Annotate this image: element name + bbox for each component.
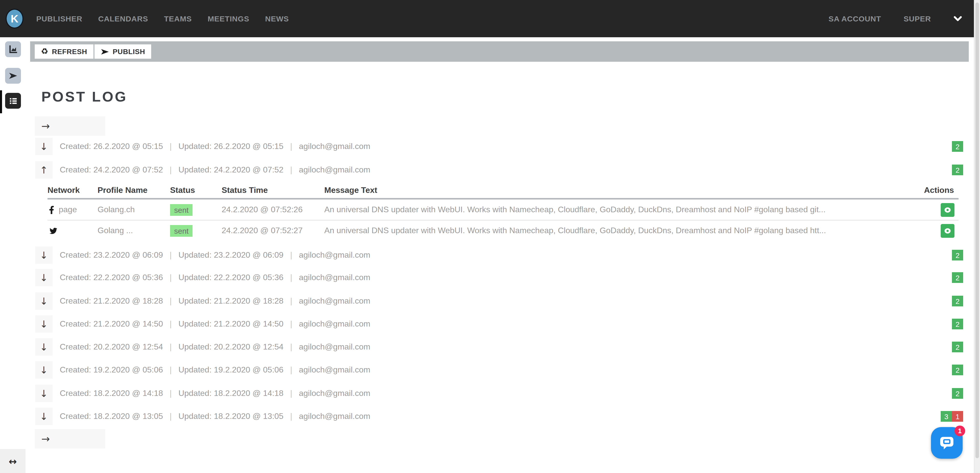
post-count-badges: 2 [952, 296, 963, 306]
separator: | [290, 142, 292, 151]
expand-row-button[interactable]: ↓ [35, 292, 52, 310]
column-header-message-text: Message Text [324, 186, 927, 195]
main-nav: PUBLISHER CALENDARS TEAMS MEETINGS NEWS [36, 14, 289, 23]
count-badge-red: 1 [952, 411, 963, 422]
post-count-badges: 2 [952, 388, 963, 399]
eye-icon [943, 206, 952, 214]
arrow-right-icon: → [41, 120, 50, 132]
expand-row-button[interactable]: ↓ [35, 246, 52, 264]
separator: | [170, 319, 172, 329]
expand-arrow-icon: ↓ [40, 295, 48, 307]
view-post-button[interactable] [941, 224, 955, 238]
nav-item-teams[interactable]: TEAMS [164, 14, 192, 23]
separator: | [290, 389, 292, 398]
updated-timestamp: Updated: 21.2.2020 @ 14:50 [178, 319, 283, 329]
count-badge-green: 2 [952, 165, 963, 175]
nav-item-publisher[interactable]: PUBLISHER [36, 14, 83, 23]
next-page-button-top[interactable]: → [35, 116, 105, 136]
created-timestamp: Created: 23.2.2020 @ 06:09 [60, 251, 163, 260]
chat-unread-badge: 1 [955, 425, 965, 436]
log-row-summary: Created: 21.2.2020 @ 14:50 | Updated: 21… [60, 319, 370, 329]
app-logo[interactable]: K [6, 9, 24, 29]
sidebar-item-post-log[interactable] [5, 93, 21, 109]
created-timestamp: Created: 18.2.2020 @ 13:05 [60, 412, 163, 421]
action-toolbar: ♻ REFRESH PUBLISH [30, 41, 969, 62]
log-row: ↓ Created: 22.2.2020 @ 05:36 | Updated: … [35, 269, 963, 286]
count-badge-green: 2 [952, 341, 963, 352]
top-navbar: K PUBLISHER CALENDARS TEAMS MEETINGS NEW… [0, 0, 974, 37]
log-row: ↓ Created: 18.2.2020 @ 13:05 | Updated: … [35, 408, 963, 425]
expand-row-button[interactable]: ↑ [35, 161, 52, 179]
network-cell: page [48, 205, 97, 214]
log-row-summary: Created: 18.2.2020 @ 14:18 | Updated: 18… [60, 389, 370, 398]
chart-icon [8, 44, 18, 54]
post-count-badges: 2 [952, 272, 963, 283]
post-count-badges: 31 [941, 411, 963, 422]
count-badge-green: 2 [952, 319, 963, 329]
log-row: ↓ Created: 23.2.2020 @ 06:09 | Updated: … [35, 246, 963, 264]
log-row-summary: Created: 21.2.2020 @ 18:28 | Updated: 21… [60, 297, 370, 306]
sidebar-item-publish[interactable] [5, 68, 21, 84]
nav-item-super-user[interactable]: SUPER [904, 14, 931, 23]
count-badge-green: 3 [941, 411, 952, 422]
log-row: ↓ Created: 26.2.2020 @ 05:15 | Updated: … [35, 138, 963, 155]
post-count-badges: 2 [952, 365, 963, 375]
nav-item-sa-account[interactable]: SA ACCOUNT [829, 14, 881, 23]
count-badge-green: 2 [952, 141, 963, 152]
expand-arrow-icon: ↓ [40, 249, 48, 261]
count-badge-green: 2 [952, 388, 963, 399]
nav-item-news[interactable]: NEWS [265, 14, 289, 23]
created-timestamp: Created: 19.2.2020 @ 05:06 [60, 365, 163, 375]
message-text-cell: An universal DNS updater with WebUI. Wor… [324, 226, 927, 235]
expand-row-button[interactable]: ↓ [35, 338, 52, 356]
expand-row-button[interactable]: ↓ [35, 385, 52, 402]
separator: | [170, 142, 172, 151]
profile-name-cell: Golang ... [97, 226, 170, 235]
expand-row-button[interactable]: ↓ [35, 315, 52, 333]
sidebar-item-analytics[interactable] [5, 41, 21, 57]
nav-item-calendars[interactable]: CALENDARS [98, 14, 148, 23]
table-body: page Golang.ch sent 24.2.2020 @ 07:52:26… [48, 200, 959, 241]
expand-row-button[interactable]: ↓ [35, 269, 52, 286]
expand-arrow-icon: ↓ [40, 272, 48, 283]
network-type-label: page [59, 205, 77, 214]
created-timestamp: Created: 20.2.2020 @ 12:54 [60, 342, 163, 352]
publish-button[interactable]: PUBLISH [94, 44, 151, 59]
count-badge-green: 2 [952, 365, 963, 375]
vertical-scrollbar[interactable] [974, 0, 980, 473]
column-header-network: Network [48, 186, 97, 195]
refresh-button[interactable]: ♻ REFRESH [35, 44, 93, 59]
updated-timestamp: Updated: 18.2.2020 @ 13:05 [178, 412, 283, 421]
created-timestamp: Created: 26.2.2020 @ 05:15 [60, 142, 163, 151]
refresh-button-label: REFRESH [52, 48, 87, 56]
send-icon [100, 48, 109, 56]
author-email: agiloch@gmail.com [299, 319, 370, 329]
profile-name-cell: Golang.ch [97, 205, 170, 214]
count-badge-green: 2 [952, 272, 963, 283]
separator: | [170, 365, 172, 375]
separator: | [170, 273, 172, 282]
expand-row-button[interactable]: ↓ [35, 361, 52, 379]
expand-row-button[interactable]: ↓ [35, 138, 52, 155]
expand-arrow-icon: ↑ [40, 164, 48, 176]
log-row-summary: Created: 20.2.2020 @ 12:54 | Updated: 20… [60, 342, 370, 352]
next-page-button-bottom[interactable]: → [35, 429, 105, 449]
author-email: agiloch@gmail.com [299, 389, 370, 398]
post-detail-table: Network Profile Name Status Status Time … [48, 182, 959, 241]
sidebar-resize-handle[interactable]: ↔ [0, 449, 25, 473]
nav-item-meetings[interactable]: MEETINGS [208, 14, 249, 23]
chevron-down-icon[interactable] [953, 16, 962, 22]
table-header-row: Network Profile Name Status Status Time … [48, 182, 959, 200]
created-timestamp: Created: 24.2.2020 @ 07:52 [60, 165, 163, 175]
post-count-badges: 2 [952, 165, 963, 175]
log-row-summary: Created: 18.2.2020 @ 13:05 | Updated: 18… [60, 412, 370, 421]
column-header-status-time: Status Time [222, 186, 324, 195]
scrollbar-thumb[interactable] [975, 3, 979, 458]
facebook-icon [49, 205, 54, 214]
publish-button-label: PUBLISH [113, 48, 145, 56]
created-timestamp: Created: 21.2.2020 @ 18:28 [60, 297, 163, 306]
updated-timestamp: Updated: 22.2.2020 @ 05:36 [178, 273, 283, 282]
expand-row-button[interactable]: ↓ [35, 408, 52, 425]
view-post-button[interactable] [941, 203, 955, 217]
author-email: agiloch@gmail.com [299, 412, 370, 421]
